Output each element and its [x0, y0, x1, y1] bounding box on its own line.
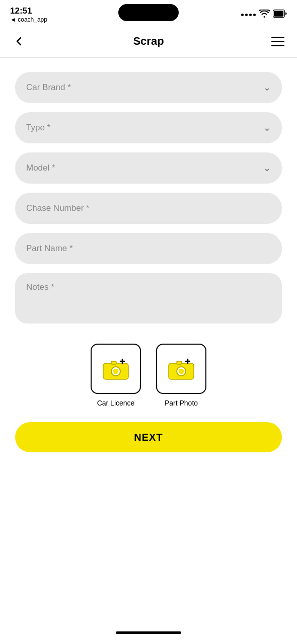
model-label: Model * — [26, 163, 55, 173]
form-area: Car Brand * ⌄ Type * ⌄ Model * ⌄ Chase N… — [0, 58, 297, 334]
car-licence-label: Car Licence — [97, 399, 135, 407]
svg-point-4 — [113, 369, 119, 374]
chase-number-field[interactable]: Chase Number * — [15, 193, 282, 224]
back-button[interactable] — [10, 32, 28, 50]
next-button[interactable]: NEXT — [15, 422, 282, 452]
car-brand-label: Car Brand * — [26, 83, 71, 93]
chase-number-label: Chase Number * — [26, 203, 90, 213]
battery-icon — [273, 10, 287, 20]
type-dropdown[interactable]: Type * ⌄ — [15, 112, 282, 143]
home-bar — [116, 631, 181, 634]
photo-section: Car Licence Part Photo — [0, 334, 297, 412]
car-brand-dropdown[interactable]: Car Brand * ⌄ — [15, 72, 282, 103]
part-photo-label: Part Photo — [165, 399, 198, 407]
notes-field[interactable]: Notes * — [15, 273, 282, 324]
svg-point-10 — [179, 369, 184, 374]
home-indicator — [0, 623, 297, 638]
status-app: ◄ coach_app — [10, 16, 47, 23]
wifi-icon — [259, 10, 270, 20]
part-photo-box — [156, 344, 206, 394]
page-title: Scrap — [133, 35, 164, 48]
hamburger-icon — [271, 37, 284, 46]
notes-label: Notes * — [26, 282, 54, 292]
svg-rect-5 — [111, 361, 116, 364]
status-bar: 12:51 ◄ coach_app — [0, 0, 297, 25]
camera-icon — [168, 357, 195, 380]
chevron-down-icon: ⌄ — [263, 82, 271, 93]
part-photo-button[interactable]: Part Photo — [156, 344, 206, 407]
header: Scrap — [0, 25, 297, 58]
status-left: 12:51 ◄ coach_app — [10, 6, 47, 23]
part-name-label: Part Name * — [26, 244, 73, 254]
car-licence-button[interactable]: Car Licence — [91, 344, 141, 407]
chevron-down-icon: ⌄ — [263, 122, 271, 133]
car-licence-box — [91, 344, 141, 394]
svg-rect-11 — [177, 361, 182, 364]
model-dropdown[interactable]: Model * ⌄ — [15, 152, 282, 184]
chevron-down-icon: ⌄ — [263, 163, 271, 174]
camera-add-icon — [102, 357, 129, 380]
next-button-label: NEXT — [134, 432, 163, 443]
svg-rect-1 — [274, 11, 283, 17]
dynamic-island — [118, 4, 179, 21]
status-time: 12:51 — [10, 6, 32, 16]
part-name-field[interactable]: Part Name * — [15, 233, 282, 264]
signal-dots — [241, 14, 256, 16]
menu-button[interactable] — [269, 32, 287, 50]
status-icons — [241, 10, 287, 20]
next-btn-wrapper: NEXT — [0, 412, 297, 467]
type-label: Type * — [26, 123, 50, 133]
